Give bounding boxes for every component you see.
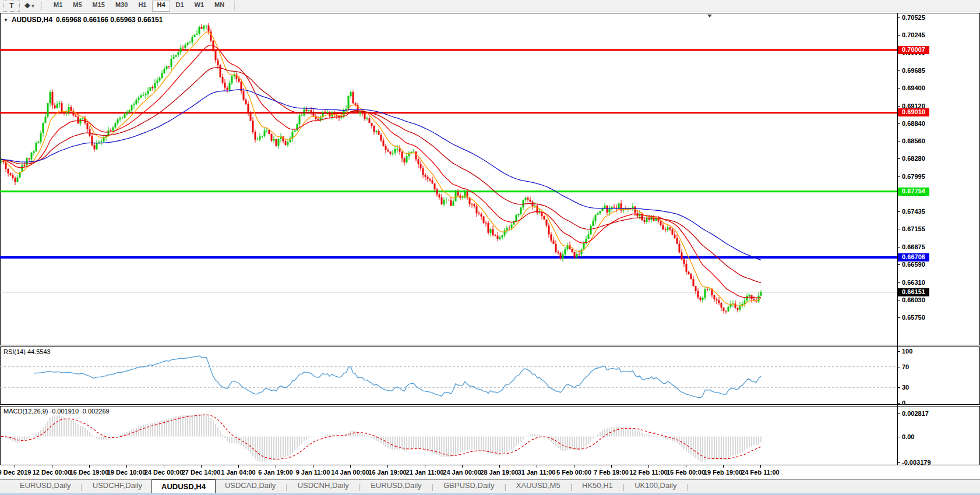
text-tool-icon: T (9, 2, 13, 10)
time-tick-mark (462, 465, 463, 468)
tab-separator: | (686, 482, 689, 491)
time-tick-mark (686, 465, 686, 468)
chart-tab-xauusd-m5[interactable]: XAUUSD,M5 (507, 481, 570, 493)
timeframe-button-h4[interactable]: H4 (152, 1, 170, 12)
time-tick-mark (723, 465, 724, 468)
chart-tab-audusd-h4[interactable]: AUDUSD,H4 (151, 479, 216, 493)
dropdown-caret-icon: ▾ (31, 3, 34, 9)
timeframe-button-mn[interactable]: MN (210, 1, 229, 12)
time-tick-label: 9 Dec 2019 (0, 469, 31, 476)
time-tick-label: 12 Feb 11:00 (629, 469, 667, 476)
timeframe-button-d1[interactable]: D1 (171, 1, 189, 12)
chart-canvas[interactable] (0, 13, 898, 465)
ma-fast-line[interactable] (1, 32, 761, 306)
time-tick-label: 16 Dec 19:00 (70, 469, 109, 476)
rsi-line (34, 356, 761, 398)
toolbar: T ❖ ▾ M1M5M15M30H1H4D1W1MN (0, 0, 980, 12)
timeframe-group: M1M5M15M30H1H4D1W1MN (48, 1, 230, 12)
timeframe-button-m1[interactable]: M1 (49, 1, 67, 12)
chart-tab-bar: EURUSD,Daily|USDCHF,DailyAUDUSD,H4USDCAD… (0, 479, 980, 493)
time-tick-label: 24 Dec 00:00 (144, 469, 184, 476)
time-tick-mark (201, 465, 202, 468)
toolbar-grip[interactable] (41, 2, 44, 10)
chart-tab-uk100-daily[interactable]: UK100,Daily (625, 481, 686, 493)
chart-tab-eurusd-daily[interactable]: EURUSD,Daily (361, 481, 431, 493)
timeframe-button-w1[interactable]: W1 (190, 1, 209, 12)
time-tick-label: 12 Dec 00:00 (33, 469, 72, 476)
time-tick-mark (574, 465, 574, 468)
timeframe-button-h1[interactable]: H1 (133, 1, 151, 12)
timeframe-button-m5[interactable]: M5 (68, 1, 86, 12)
candles[interactable] (1, 23, 762, 314)
time-tick-label: 9 Jan 11:00 (296, 469, 330, 476)
time-tick-label: 16 Jan 19:00 (368, 469, 406, 476)
time-tick-mark (350, 465, 351, 468)
time-tick-mark (537, 465, 537, 468)
time-tick-label: 6 Jan 19:00 (258, 469, 292, 476)
time-tick-label: 31 Jan 11:00 (518, 469, 556, 476)
time-tick-mark (52, 465, 52, 468)
time-tick-mark (238, 465, 239, 468)
time-tick-mark (387, 465, 388, 468)
time-tick-label: 15 Feb 00:00 (667, 469, 705, 476)
time-tick-label: 28 Jan 19:00 (480, 469, 518, 476)
macd-histogram[interactable] (1, 414, 761, 462)
chart-tab-hk50-h1[interactable]: HK50,H1 (573, 481, 622, 493)
time-tick-label: 24 Feb 11:00 (741, 469, 779, 476)
timeframe-button-m30[interactable]: M30 (111, 1, 132, 12)
toolbar-separator (234, 1, 235, 10)
time-tick-mark (499, 465, 500, 468)
chart-tab-usdcad-daily[interactable]: USDCAD,Daily (216, 481, 285, 493)
time-tick-label: 19 Feb 19:00 (704, 469, 742, 476)
plot-right-border (897, 13, 898, 465)
time-tick-mark (276, 465, 276, 468)
time-tick-mark (164, 465, 164, 468)
arrange-charts-icon: ❖ (24, 2, 31, 10)
chart-tab-usdchf-daily[interactable]: USDCHF,Daily (83, 481, 151, 493)
time-tick-label: 24 Jan 00:00 (443, 469, 481, 476)
ma-mid-line[interactable] (1, 45, 761, 298)
time-tick-mark (89, 465, 90, 468)
arrange-charts-button[interactable]: ❖ ▾ (21, 1, 37, 12)
time-tick-mark (611, 465, 612, 468)
chart-tab-eurusd-daily[interactable]: EURUSD,Daily (10, 481, 80, 493)
time-tick-mark (760, 465, 761, 468)
horizontal-levels[interactable] (0, 50, 897, 292)
time-tick-mark (313, 465, 313, 468)
timeframe-button-m15[interactable]: M15 (88, 1, 110, 12)
time-tick-mark (648, 465, 649, 468)
time-tick-label: 14 Jan 00:00 (331, 469, 369, 476)
time-tick-label: 5 Feb 00:00 (556, 469, 591, 476)
time-tick-mark (126, 465, 127, 468)
chart-tab-gbpusd-daily[interactable]: GBPUSD,Daily (434, 481, 503, 493)
time-tick-label: 27 Dec 14:00 (182, 469, 221, 476)
text-label-tool-button[interactable]: T (3, 1, 20, 12)
time-tick-label: 21 Jan 11:00 (406, 469, 444, 476)
rsi-plot[interactable] (0, 356, 897, 398)
time-tick-label: 19 Dec 10:00 (107, 469, 146, 476)
ma-long-line[interactable] (1, 90, 761, 260)
ma-slow-line[interactable] (1, 68, 761, 282)
time-tick-mark (15, 465, 15, 468)
time-tick-label: 7 Feb 19:00 (594, 469, 629, 476)
time-tick-label: 1 Jan 04:00 (221, 469, 255, 476)
moving-averages (1, 32, 761, 306)
chart-tab-usdcnh-daily[interactable]: USDCNH,Daily (288, 481, 358, 493)
time-tick-mark (425, 465, 425, 468)
